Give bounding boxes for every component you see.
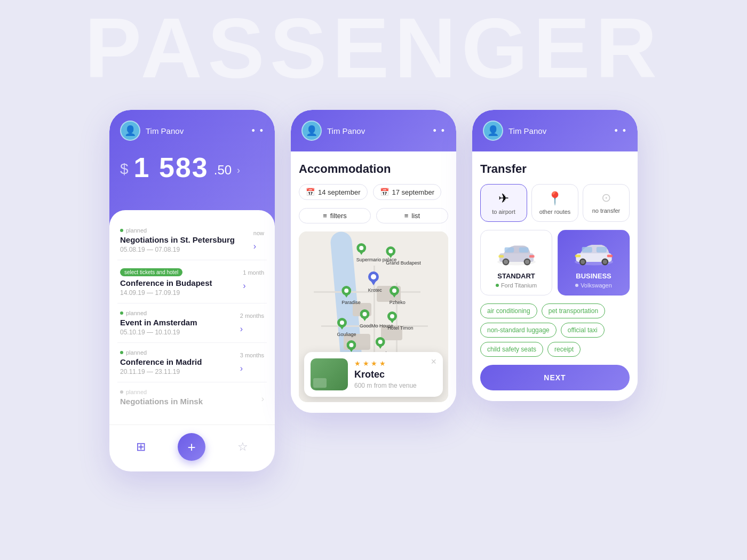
hotel-card[interactable]: ★ ★ ★ ★ Krotec 600 m from the venue ×	[304, 352, 443, 397]
event-item[interactable]: planned Negotiations in St. Petersburg 0…	[117, 221, 267, 260]
user-name: Tim Panov	[327, 126, 433, 135]
svg-marker-22	[339, 325, 345, 330]
amenity-air-conditioning[interactable]: air conditioning	[480, 303, 537, 318]
date-to-pill[interactable]: 📅 17 september	[373, 184, 442, 200]
event-badge: select tickets and hotel	[120, 268, 182, 276]
car-dot-icon	[575, 284, 578, 287]
svg-point-11	[344, 289, 348, 293]
svg-point-5	[388, 249, 393, 253]
phone2-header: 👤 Tim Panov • •	[291, 110, 456, 151]
date-pills: 📅 14 september 📅 17 september	[299, 184, 448, 200]
svg-marker-28	[378, 345, 383, 349]
add-button[interactable]: +	[178, 433, 205, 461]
phone-1: 👤 Tim Panov • • $ 1 583 .50 › planned Ne…	[109, 110, 275, 471]
avatar: 👤	[483, 121, 503, 141]
event-item[interactable]: select tickets and hotel Conference in B…	[117, 260, 267, 303]
circle-icon: ⊙	[587, 191, 625, 205]
balance-amount: 1 583	[134, 151, 209, 183]
event-time: 3 months	[240, 352, 264, 358]
calendar-icon: 📅	[380, 188, 389, 196]
status-dot-green	[120, 311, 123, 315]
amenity-pet-transportation[interactable]: pet transportation	[542, 303, 605, 318]
event-arrow-icon: ›	[240, 324, 264, 334]
transfer-option-none[interactable]: ⊙ no transfer	[583, 184, 630, 222]
menu-dots[interactable]: • •	[614, 125, 627, 137]
svg-point-20	[390, 314, 394, 318]
filters-button[interactable]: ≡ filters	[299, 208, 371, 223]
svg-marker-13	[392, 293, 397, 298]
map-pin-blue: Krotec	[368, 271, 382, 293]
list-button[interactable]: ≡ list	[376, 208, 448, 223]
svg-point-17	[362, 312, 367, 316]
status-dot-gray	[120, 390, 123, 394]
phone2-body: Accommodation 📅 14 september 📅 17 septem…	[291, 151, 456, 413]
close-icon[interactable]: ×	[431, 356, 436, 367]
currency-symbol: $	[120, 161, 129, 178]
event-item[interactable]: planned Conference in Madrid 20.11.19 — …	[117, 343, 267, 382]
status-dot-green	[120, 351, 123, 354]
car-card-standard[interactable]: STANDART Ford Titanium	[480, 230, 552, 295]
event-arrow-icon: ›	[240, 364, 264, 373]
map-pin-green: Paradise	[341, 286, 361, 305]
amenity-child-safety-seats[interactable]: child safety seats	[480, 342, 543, 357]
filter-row: ≡ filters ≡ list	[299, 208, 448, 223]
svg-point-14	[392, 289, 396, 293]
airplane-icon: ✈	[485, 191, 522, 206]
hotel-distance: 600 m from the venue	[354, 382, 436, 389]
event-title: Conference in Madrid	[120, 357, 240, 366]
car-sub: Ford Titanium	[486, 282, 546, 289]
svg-marker-4	[388, 254, 393, 258]
event-item[interactable]: planned Event in Amsterdam 05.10.19 — 10…	[117, 303, 267, 343]
menu-dots[interactable]: • •	[433, 125, 446, 137]
event-status-label: planned	[126, 389, 147, 395]
menu-dots[interactable]: • •	[251, 125, 264, 137]
list-icon: ≡	[404, 212, 409, 220]
amenity-non-standard-luggage[interactable]: non-standard luggage	[480, 323, 557, 338]
background-text: PASSENGER	[0, 0, 747, 91]
car-sub: Volkswagen	[563, 282, 624, 289]
grid-icon[interactable]: ⊞	[136, 440, 146, 454]
transfer-title: Transfer	[480, 162, 630, 176]
amenity-receipt[interactable]: receipt	[547, 342, 581, 357]
hotel-image	[311, 358, 348, 390]
car-card-business[interactable]: BUSINESS Volkswagen	[558, 230, 630, 295]
car-image-standard	[495, 238, 538, 268]
next-button[interactable]: NEXT	[480, 365, 630, 390]
map-pin-green: Pzheko	[390, 286, 406, 305]
event-item[interactable]: planned Negotiations in Minsk ›	[117, 382, 267, 414]
map-label: Hotel Timon	[387, 325, 413, 331]
svg-point-35	[504, 260, 508, 264]
event-status-label: planned	[126, 310, 147, 316]
date-from-pill[interactable]: 📅 14 september	[299, 184, 368, 200]
map-label: Grand Budapest	[386, 260, 421, 266]
hotel-info: ★ ★ ★ ★ Krotec 600 m from the venue	[354, 359, 436, 389]
map-pin-green: Gouliage	[337, 318, 356, 337]
balance-cents: .50	[214, 163, 232, 178]
avatar: 👤	[301, 121, 322, 141]
transfer-option-routes[interactable]: 📍 other routes	[531, 184, 578, 222]
map-label: Gouliage	[337, 332, 356, 337]
svg-point-23	[340, 321, 344, 325]
list-label: list	[411, 212, 420, 220]
event-time: now	[253, 230, 264, 236]
transfer-option-airport[interactable]: ✈ to airport	[480, 184, 527, 222]
event-dates: 14.09.19 — 17.09.19	[120, 289, 243, 297]
balance-arrow-icon[interactable]: ›	[237, 165, 240, 176]
phones-container: 👤 Tim Panov • • $ 1 583 .50 › planned Ne…	[109, 110, 638, 471]
filter-icon: ≡	[323, 212, 327, 220]
event-title: Event in Amsterdam	[120, 318, 240, 327]
date-from-label: 14 september	[318, 188, 361, 196]
event-status-label: planned	[126, 227, 147, 234]
event-title: Conference in Budapest	[120, 278, 243, 287]
transfer-option-label: no transfer	[587, 207, 625, 214]
date-to-label: 17 september	[392, 188, 435, 196]
svg-rect-38	[498, 255, 504, 258]
event-dates: 05.10.19 — 10.10.19	[120, 329, 240, 336]
event-title: Negotiations in St. Petersburg	[120, 235, 253, 244]
svg-point-26	[349, 343, 354, 347]
hotel-stars: ★ ★ ★ ★	[354, 359, 436, 367]
star-icon[interactable]: ☆	[237, 440, 248, 454]
map-pin-green: Grand Budapest	[386, 246, 421, 266]
amenity-official-taxi[interactable]: official taxi	[561, 323, 605, 338]
svg-rect-33	[519, 247, 528, 252]
